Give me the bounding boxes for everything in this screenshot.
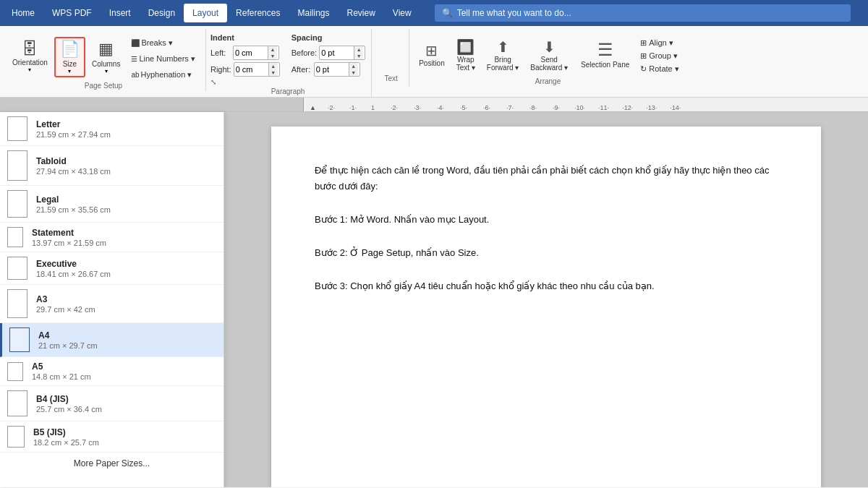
spacing-before-field[interactable] [321, 48, 354, 57]
spacing-after-up[interactable]: ▲ [349, 63, 358, 69]
menu-design[interactable]: Design [140, 4, 184, 22]
doc-paragraph-0: Để thực hiện cách căn lề trong Word, đầu… [315, 163, 778, 194]
paragraph-bottom-row: ⤡ [210, 77, 216, 87]
indent-right-up[interactable]: ▲ [269, 63, 278, 69]
indent-right-input[interactable]: ▲ ▼ [234, 62, 280, 77]
statement-name: Statement [32, 228, 106, 238]
tabloid-info: Tabloid 27.94 cm × 43.18 cm [36, 156, 111, 176]
spacing-col: Spacing Before: ▲ ▼ After: [292, 33, 365, 77]
b4jis-info: B4 (JIS) 25.7 cm × 36.4 cm [36, 394, 102, 414]
arrange-buttons: ⊞ Position 🔲 WrapText ▾ ⬆ BringForward ▾… [414, 29, 682, 77]
indent-label: Indent [210, 33, 280, 42]
ribbon: 🗄 Orientation ▾ 📄 Size ▾ ▦ [0, 26, 868, 98]
document-page: Để thực hiện cách căn lề trong Word, đầu… [271, 127, 821, 487]
size-item-statement[interactable]: Statement 13.97 cm × 21.59 cm [0, 223, 224, 252]
ribbon-group-paragraph: Indent Left: ▲ ▼ Right: [208, 29, 372, 97]
columns-label: Columns [92, 60, 120, 68]
statement-dims: 13.97 cm × 21.59 cm [32, 239, 106, 247]
indent-right-row: Right: ▲ ▼ [210, 62, 280, 77]
a3-page-icon [7, 289, 27, 318]
hyphenation-icon: ab [131, 71, 139, 79]
align-icon: ⊞ [640, 38, 647, 48]
menu-mailings[interactable]: Mailings [289, 4, 338, 22]
spacing-before-up[interactable]: ▲ [354, 46, 363, 53]
indent-left-label: Left: [210, 48, 231, 57]
hyphenation-button[interactable]: ab Hyphenation ▾ [127, 68, 200, 82]
menu-home[interactable]: Home [3, 4, 43, 22]
para-expand-icon[interactable]: ⤡ [210, 78, 216, 86]
indent-left-input[interactable]: ▲ ▼ [233, 46, 279, 60]
send-backward-label: SendBackward ▾ [530, 56, 568, 72]
rotate-button[interactable]: ↻ Rotate ▾ [637, 64, 681, 74]
spacing-after-field[interactable] [316, 65, 349, 74]
menu-review[interactable]: Review [338, 4, 383, 22]
letter-page-icon [7, 116, 27, 141]
indent-left-down[interactable]: ▼ [268, 53, 277, 59]
b5jis-page-icon [7, 426, 25, 448]
indent-right-spinner[interactable]: ▲ ▼ [268, 63, 278, 76]
document-area: Để thực hiện cách căn lề trong Word, đầu… [224, 112, 868, 487]
spacing-before-down[interactable]: ▼ [354, 53, 363, 59]
ruler-label-13: ·13· [646, 104, 657, 111]
ruler-label-1: ·2· [391, 104, 398, 111]
letter-info: Letter 21.59 cm × 27.94 cm [36, 119, 111, 139]
more-sizes-button[interactable]: More Paper Sizes... [0, 453, 224, 474]
line-numbers-label: Line Numbers ▾ [139, 54, 195, 64]
breaks-icon: ⬛ [131, 39, 140, 47]
indent-right-field[interactable] [236, 65, 268, 74]
position-button[interactable]: ⊞ Position [414, 40, 450, 69]
line-numbers-button[interactable]: ☰ Line Numbers ▾ [127, 52, 200, 66]
size-label: Size [63, 60, 77, 68]
spacing-before-input[interactable]: ▲ ▼ [319, 46, 365, 60]
indent-left-up[interactable]: ▲ [268, 46, 277, 53]
spacing-before-spinner[interactable]: ▲ ▼ [354, 46, 363, 59]
executive-name: Executive [36, 259, 111, 269]
ruler-label-neg2: ·2· [328, 104, 335, 111]
ruler-label-5: ·5· [460, 104, 467, 111]
size-item-b5jis[interactable]: B5 (JIS) 18.2 cm × 25.7 cm [0, 421, 224, 453]
size-button[interactable]: 📄 Size ▾ [54, 37, 85, 77]
send-backward-button[interactable]: ⬇ SendBackward ▾ [525, 36, 573, 74]
search-bar[interactable]: 🔍 Tell me what you want to do... [435, 4, 851, 22]
size-arrow: ▾ [68, 68, 71, 74]
letter-dims: 21.59 cm × 27.94 cm [36, 130, 111, 139]
a4-dims: 21 cm × 29.7 cm [38, 341, 98, 350]
size-item-executive[interactable]: Executive 18.41 cm × 26.67 cm [0, 252, 224, 285]
menu-layout[interactable]: Layout [184, 4, 227, 22]
ruler-label-12: ·12· [622, 104, 633, 111]
align-button[interactable]: ⊞ Align ▾ [637, 38, 681, 48]
size-item-tabloid[interactable]: Tabloid 27.94 cm × 43.18 cm [0, 146, 224, 186]
arrange-group-label: Arrange [414, 77, 682, 87]
indent-left-field[interactable] [235, 48, 268, 57]
indent-left-spinner[interactable]: ▲ ▼ [268, 46, 277, 59]
columns-button[interactable]: ▦ Columns ▾ [87, 38, 125, 77]
selection-pane-button[interactable]: ☰ Selection Pane [574, 38, 636, 72]
breaks-button[interactable]: ⬛ Breaks ▾ [127, 36, 200, 50]
spacing-after-down[interactable]: ▼ [349, 69, 358, 76]
menu-wps-pdf[interactable]: WPS PDF [43, 4, 101, 22]
menu-references[interactable]: References [227, 4, 289, 22]
size-item-a3[interactable]: A3 29.7 cm × 42 cm [0, 285, 224, 323]
size-item-legal[interactable]: Legal 21.59 cm × 35.56 cm [0, 186, 224, 223]
size-item-letter[interactable]: Letter 21.59 cm × 27.94 cm [0, 112, 224, 146]
menu-insert[interactable]: Insert [101, 4, 140, 22]
tabloid-dims: 27.94 cm × 43.18 cm [36, 167, 111, 176]
size-item-b4jis[interactable]: B4 (JIS) 25.7 cm × 36.4 cm [0, 386, 224, 421]
a3-name: A3 [36, 294, 95, 304]
group-button[interactable]: ⊞ Group ▾ [637, 51, 681, 61]
b4jis-name: B4 (JIS) [36, 394, 102, 404]
menu-view[interactable]: View [384, 4, 420, 22]
spacing-after-spinner[interactable]: ▲ ▼ [349, 63, 358, 76]
spacing-after-input[interactable]: ▲ ▼ [314, 62, 360, 77]
rotate-icon: ↻ [640, 64, 647, 74]
bring-forward-button[interactable]: ⬆ BringForward ▾ [482, 36, 524, 74]
executive-info: Executive 18.41 cm × 26.67 cm [36, 259, 111, 278]
align-label: Align ▾ [649, 38, 673, 48]
indent-right-down[interactable]: ▼ [269, 69, 278, 76]
legal-name: Legal [36, 194, 111, 205]
orientation-button[interactable]: 🗄 Orientation ▾ [7, 39, 53, 75]
size-item-a4[interactable]: A4 21 cm × 29.7 cm [0, 323, 224, 357]
selection-pane-icon: ☰ [597, 40, 613, 60]
size-item-a5[interactable]: A5 14.8 cm × 21 cm [0, 357, 224, 386]
wrap-text-button[interactable]: 🔲 WrapText ▾ [451, 36, 480, 74]
